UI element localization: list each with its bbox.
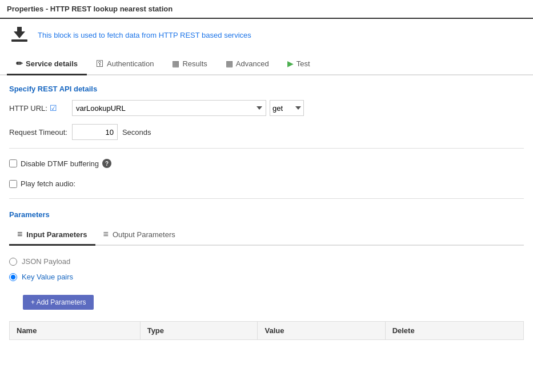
table-header-row: Name Type Value Delete xyxy=(10,322,524,340)
col-delete: Delete xyxy=(385,322,523,340)
timeout-label: Request Timeout: xyxy=(9,128,67,137)
input-params-icon: ≡ xyxy=(17,229,22,239)
download-icon xyxy=(9,25,30,45)
parameters-title: Parameters xyxy=(9,210,524,219)
output-params-icon: ≡ xyxy=(103,229,109,239)
svg-marker-1 xyxy=(14,27,25,38)
play-fetch-label[interactable]: Play fetch audio: xyxy=(21,179,75,188)
key-value-pairs-radio[interactable] xyxy=(9,273,17,281)
key-value-pairs-row: Key Value pairs xyxy=(9,269,524,285)
play-fetch-checkbox[interactable] xyxy=(9,180,17,188)
page-wrapper: Properties - HTTP REST lookup nearest st… xyxy=(0,0,533,392)
tab-advanced[interactable]: ▦ Advanced xyxy=(217,53,278,75)
tab-results[interactable]: ▦ Results xyxy=(163,53,216,75)
sub-tab-output[interactable]: ≡ Output Parameters xyxy=(95,225,183,246)
tab-authentication[interactable]: ⚿ Authentication xyxy=(87,53,163,75)
url-input-wrap: varLookupURL get post put delete xyxy=(72,100,304,116)
http-url-dropdown[interactable]: varLookupURL xyxy=(72,100,266,116)
tab-test[interactable]: ▶ Test xyxy=(278,53,319,75)
col-type: Type xyxy=(140,322,258,340)
request-timeout-row: Request Timeout: Seconds xyxy=(9,124,524,140)
main-content: Specify REST API details HTTP URL: ☑ var… xyxy=(0,75,533,349)
json-payload-row: JSON Payload xyxy=(9,254,524,269)
disable-dtmf-checkbox[interactable] xyxy=(9,159,17,167)
http-url-row: HTTP URL: ☑ varLookupURL get post put de… xyxy=(9,100,524,116)
timeout-input[interactable] xyxy=(72,124,118,140)
parameters-table: Name Type Value Delete xyxy=(9,321,524,340)
http-url-label: HTTP URL: ☑ xyxy=(9,103,72,113)
timeout-unit: Seconds xyxy=(122,128,151,137)
page-title: Properties - HTTP REST lookup nearest st… xyxy=(7,5,173,13)
divider-2 xyxy=(9,198,524,199)
info-message: This block is used to fetch data from HT… xyxy=(38,31,251,39)
key-value-pairs-label[interactable]: Key Value pairs xyxy=(22,273,73,281)
col-name: Name xyxy=(10,322,141,340)
svg-rect-0 xyxy=(11,39,27,42)
help-icon[interactable]: ? xyxy=(102,159,111,168)
api-section-title: Specify REST API details xyxy=(9,85,524,93)
key-icon: ⚿ xyxy=(96,59,104,68)
col-value: Value xyxy=(258,322,385,340)
parameter-sub-tabs: ≡ Input Parameters ≡ Output Parameters xyxy=(9,225,524,246)
disable-dtmf-row: Disable DTMF buffering ? xyxy=(9,157,524,170)
title-bar: Properties - HTTP REST lookup nearest st… xyxy=(0,0,533,19)
parameters-section: Parameters ≡ Input Parameters ≡ Output P… xyxy=(9,210,524,340)
pencil-icon: ✏ xyxy=(16,59,23,68)
checkbox-icon[interactable]: ☑ xyxy=(50,103,57,113)
json-payload-label[interactable]: JSON Payload xyxy=(22,257,70,266)
tabs-bar: ✏ Service details ⚿ Authentication ▦ Res… xyxy=(0,53,533,75)
results-icon: ▦ xyxy=(172,59,179,68)
play-icon: ▶ xyxy=(287,59,294,68)
info-bar: This block is used to fetch data from HT… xyxy=(0,19,533,51)
tab-service-details[interactable]: ✏ Service details xyxy=(7,53,87,75)
disable-dtmf-label[interactable]: Disable DTMF buffering xyxy=(21,159,99,168)
json-payload-radio[interactable] xyxy=(9,258,17,266)
add-parameters-button[interactable]: + Add Parameters xyxy=(23,295,94,310)
input-type-radio-group: JSON Payload Key Value pairs xyxy=(9,254,524,285)
sub-tab-input[interactable]: ≡ Input Parameters xyxy=(9,225,95,246)
play-fetch-audio-row: Play fetch audio: xyxy=(9,177,524,190)
method-dropdown[interactable]: get post put delete xyxy=(270,100,304,116)
divider-1 xyxy=(9,148,524,149)
advanced-icon: ▦ xyxy=(226,59,233,68)
